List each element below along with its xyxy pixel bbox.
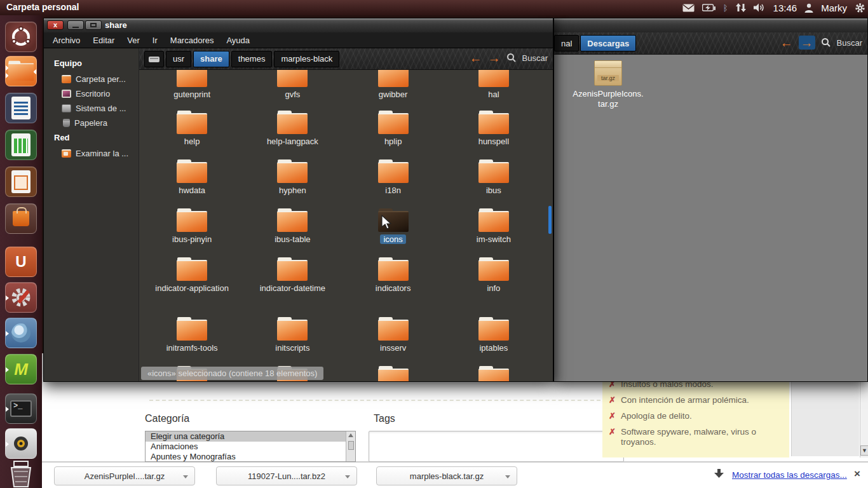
folder-item[interactable]: ibus	[444, 159, 544, 208]
libreoffice-calc-launcher[interactable]	[5, 130, 37, 160]
menu-item[interactable]: Marcadores	[164, 36, 220, 45]
clock[interactable]: 13:46	[773, 3, 797, 13]
folder-item[interactable]: gvfs	[242, 70, 342, 111]
menu-item[interactable]: Ayuda	[220, 36, 256, 45]
folder-item[interactable]: gwibber	[343, 70, 444, 111]
search-label[interactable]: Buscar	[837, 38, 862, 48]
breadcrumb-personal[interactable]: nal	[554, 35, 579, 51]
folder-item[interactable]: hyphen	[242, 159, 342, 208]
menu-item[interactable]: Ver	[121, 36, 146, 45]
minimize-button[interactable]	[67, 20, 84, 30]
sidebar-item-browse-network[interactable]: Examinar la ...	[44, 146, 139, 161]
folder-item[interactable]: ibus-table	[242, 208, 342, 257]
dropdown-caret-icon[interactable]	[505, 475, 510, 478]
menu-item[interactable]: Ir	[146, 36, 164, 45]
folder-item[interactable]: hwdata	[142, 159, 242, 208]
scroll-up-icon[interactable]	[348, 433, 353, 437]
system-settings-launcher[interactable]	[5, 282, 37, 313]
download-button[interactable]: AzenisPurpleI....tar.gz	[54, 466, 195, 485]
folder-item[interactable]	[444, 366, 544, 381]
folder-item[interactable]: gutenprint	[142, 70, 242, 111]
browser-scrollbar[interactable]: ▼	[860, 379, 868, 458]
folder-item[interactable]: ibus-pinyin	[142, 208, 242, 257]
breadcrumb-button[interactable]: themes	[231, 51, 273, 67]
network-arrows-icon[interactable]	[736, 3, 746, 12]
trash-launcher[interactable]	[5, 460, 37, 488]
places-sidebar: Equipo Carpeta per... Escritorio Sistema…	[44, 48, 139, 381]
folder-item[interactable]: help	[142, 111, 242, 159]
sidebar-item-trash[interactable]: Papelera	[44, 116, 139, 130]
breadcrumb-descargas[interactable]: Descargas	[580, 35, 636, 51]
listbox-scrollbar[interactable]	[346, 431, 355, 461]
scroll-thumb[interactable]	[348, 441, 354, 450]
dash-home-button[interactable]	[5, 22, 37, 52]
shelf-close-icon[interactable]: ×	[854, 468, 860, 480]
scrollbar-thumb[interactable]	[548, 206, 552, 234]
m-app-launcher[interactable]: M	[5, 354, 37, 384]
archive-file-item[interactable]: tar.gz AzenisPurpleIcons. tar.gz	[567, 60, 649, 109]
download-button[interactable]: marples-black.tar.gz	[376, 466, 517, 485]
folder-item[interactable]: indicator-application	[142, 257, 242, 317]
show-all-downloads-link[interactable]: Mostrar todas las descargas...	[732, 470, 847, 480]
messages-envelope-icon[interactable]	[682, 4, 695, 12]
libreoffice-writer-launcher[interactable]	[5, 93, 37, 123]
category-option[interactable]: Animaciones	[146, 442, 355, 452]
folder-item[interactable]: info	[444, 257, 544, 317]
downloads-titlebar[interactable]	[554, 18, 867, 32]
sidebar-item-home[interactable]: Carpeta per...	[44, 72, 139, 86]
menu-item[interactable]: Editar	[86, 36, 121, 45]
filesystem-crumb-icon[interactable]	[144, 51, 164, 67]
chromium-launcher[interactable]	[5, 318, 37, 348]
folder-item[interactable]: hal	[444, 70, 544, 111]
folder-item[interactable]: help-langpack	[242, 111, 342, 159]
volume-icon[interactable]	[754, 3, 766, 12]
libreoffice-impress-launcher[interactable]	[5, 166, 37, 197]
folder-item[interactable]: initramfs-tools	[142, 317, 242, 366]
category-listbox[interactable]: Elegir una categoría Animaciones Apuntes…	[145, 431, 356, 462]
breadcrumb-button[interactable]: share	[193, 51, 229, 67]
folder-item[interactable]: i18n	[343, 159, 444, 208]
folder-item[interactable]: iptables	[444, 317, 544, 366]
folder-item[interactable]: im-switch	[444, 208, 544, 257]
search-icon[interactable]	[506, 53, 517, 63]
dropdown-caret-icon[interactable]	[183, 475, 188, 478]
files-launcher[interactable]	[5, 56, 37, 86]
tags-input[interactable]	[369, 431, 624, 462]
search-label[interactable]: Buscar	[522, 53, 548, 63]
battery-icon[interactable]	[702, 4, 715, 11]
folder-item[interactable]: hunspell	[444, 111, 544, 159]
terminal-launcher[interactable]: >_	[5, 393, 37, 424]
menu-item[interactable]: Archivo	[46, 36, 86, 45]
bluetooth-icon[interactable]: ᛒ	[723, 3, 728, 13]
folder-item[interactable]: initscripts	[242, 317, 342, 366]
search-icon[interactable]	[821, 37, 831, 48]
dropdown-caret-icon[interactable]	[345, 475, 350, 478]
download-button[interactable]: 119027-Lun....tar.bz2	[216, 466, 357, 485]
scroll-down-icon[interactable]: ▼	[860, 445, 868, 456]
maximize-button[interactable]	[85, 20, 102, 30]
folder-item[interactable]: icons	[343, 208, 444, 257]
media-player-launcher[interactable]	[5, 428, 37, 459]
software-center-launcher[interactable]	[5, 203, 37, 234]
user-menu[interactable]: Marky	[821, 3, 847, 13]
breadcrumb-button[interactable]: marples-black	[274, 51, 339, 67]
folder-item[interactable]: hplip	[343, 111, 444, 159]
back-arrow-icon[interactable]: ←	[780, 36, 793, 50]
folder-item[interactable]: indicators	[343, 257, 444, 317]
forward-arrow-icon[interactable]: →	[799, 36, 815, 50]
sidebar-item-filesystem[interactable]: Sistema de ...	[44, 101, 139, 116]
close-button[interactable]: x	[47, 20, 64, 30]
sidebar-item-desktop[interactable]: Escritorio	[44, 86, 139, 101]
category-option[interactable]: Elegir una categoría	[146, 431, 355, 442]
back-arrow-icon[interactable]: ←	[470, 51, 482, 65]
folder-item[interactable]: indicator-datetime	[242, 257, 342, 317]
breadcrumb-button[interactable]: usr	[166, 51, 191, 67]
ubuntu-one-launcher[interactable]: U	[5, 247, 37, 277]
forward-arrow-icon[interactable]: →	[488, 51, 501, 65]
folder-name: hyphen	[279, 186, 306, 195]
folder-item[interactable]	[343, 366, 444, 381]
session-gear-icon[interactable]	[855, 3, 865, 13]
folder-item[interactable]: insserv	[343, 317, 444, 366]
fm-titlebar[interactable]: x share	[44, 18, 553, 32]
category-option[interactable]: Apuntes y Monografías	[146, 452, 355, 462]
